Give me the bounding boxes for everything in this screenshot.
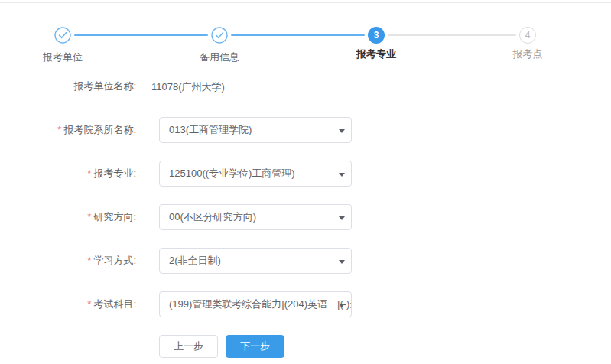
required-marker: * (87, 255, 91, 266)
research-direction-select[interactable]: 00(不区分研究方向) (159, 204, 352, 230)
research-direction-label: 研究方向: (93, 211, 136, 223)
step-unit: 报考单位 (17, 27, 109, 64)
previous-step-button[interactable]: 上一步 (159, 335, 218, 358)
wizard-buttons: 上一步 下一步 (159, 335, 572, 358)
chevron-down-icon (339, 173, 345, 177)
exam-subjects-label: 考试科目: (93, 298, 136, 310)
major-select-value: 125100((专业学位)工商管理) (160, 167, 310, 180)
step-backup-info: 备用信息 (174, 27, 265, 64)
wizard-stepper: 报考单位 备用信息 3 报考专业 4 报考点 (0, 0, 611, 66)
unit-name-value: 11078(广州大学) (151, 81, 225, 93)
step-number-badge: 4 (519, 27, 536, 44)
required-marker: * (87, 167, 91, 179)
major-form: 报考单位名称: 11078(广州大学) *报考院系所名称: 013(工商管理学院… (44, 73, 572, 358)
step-major: 3 报考专业 (330, 27, 422, 61)
step-exam-site: 4 报考点 (482, 27, 574, 61)
department-select-value: 013(工商管理学院) (160, 123, 267, 137)
step-label: 报考专业 (330, 47, 422, 61)
step-label: 报考单位 (17, 50, 109, 64)
department-label: 报考院系所名称: (63, 124, 136, 135)
form-row-unit-name: 报考单位名称: 11078(广州大学) (44, 73, 572, 99)
unit-name-label: 报考单位名称: (44, 80, 136, 93)
required-marker: * (57, 124, 61, 135)
study-mode-label: 学习方式: (93, 255, 136, 266)
major-select[interactable]: 125100((专业学位)工商管理) (159, 161, 352, 187)
study-mode-select[interactable]: 2(非全日制) (159, 248, 352, 274)
exam-subjects-select-value: (199)管理类联考综合能力|(204)英语二|(-)无 (160, 297, 351, 311)
form-row-major: *报考专业: 125100((专业学位)工商管理) (44, 161, 572, 187)
form-row-study-mode: *学习方式: 2(非全日制) (44, 248, 572, 274)
form-row-research-direction: *研究方向: 00(不区分研究方向) (44, 204, 572, 230)
study-mode-select-value: 2(非全日制) (160, 254, 236, 268)
form-row-department: *报考院系所名称: 013(工商管理学院) (44, 117, 572, 143)
major-label: 报考专业: (93, 167, 136, 179)
form-row-exam-subjects: *考试科目: (199)管理类联考综合能力|(204)英语二|(-)无 (44, 291, 572, 317)
step-label: 报考点 (482, 47, 574, 61)
chevron-down-icon (339, 129, 345, 133)
check-icon (54, 33, 71, 46)
check-icon (211, 33, 228, 46)
required-marker: * (87, 298, 91, 310)
required-marker: * (87, 211, 91, 223)
next-step-button[interactable]: 下一步 (226, 335, 284, 358)
step-label: 备用信息 (174, 50, 265, 64)
department-select[interactable]: 013(工商管理学院) (159, 117, 352, 143)
research-direction-select-value: 00(不区分研究方向) (160, 210, 271, 224)
chevron-down-icon (339, 260, 345, 264)
chevron-down-icon (339, 304, 345, 307)
exam-subjects-select[interactable]: (199)管理类联考综合能力|(204)英语二|(-)无 (159, 291, 352, 317)
chevron-down-icon (339, 216, 345, 220)
step-number-badge: 3 (368, 27, 385, 44)
